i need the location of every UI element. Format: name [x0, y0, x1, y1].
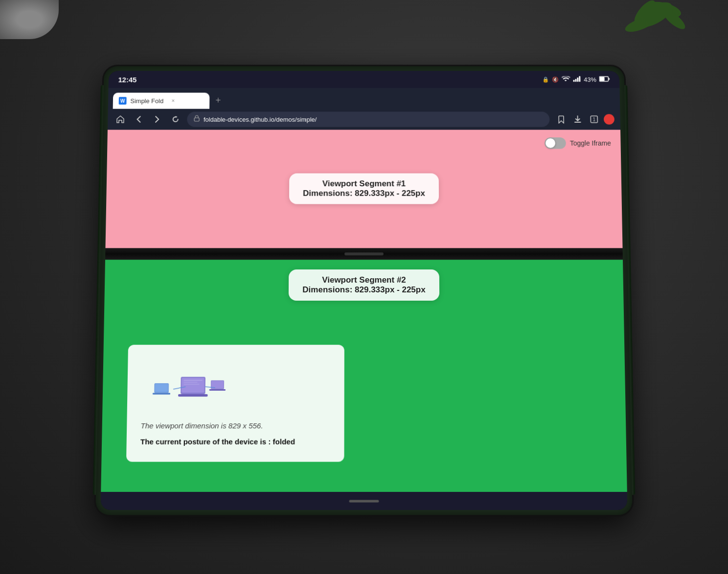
download-button[interactable]	[571, 112, 585, 126]
svg-rect-8	[579, 76, 580, 82]
lock-icon: 🔒	[542, 76, 549, 83]
svg-rect-10	[600, 77, 605, 81]
fold-pill	[344, 252, 384, 255]
segment-2-box: Viewport Segment #2 Dimensions: 829.333p…	[289, 269, 439, 301]
tab-title: Simple Fold	[130, 97, 163, 105]
segment-2-dims: Dimensions: 829.333px - 225px	[302, 285, 425, 295]
svg-rect-5	[573, 80, 575, 82]
battery-icon	[599, 76, 610, 83]
home-gesture-bar	[349, 500, 379, 502]
svg-rect-17	[178, 394, 208, 397]
posture-text: The current posture of the device is : f…	[140, 436, 330, 447]
viewport-segment-1-area: Toggle Iframe Viewport Segment #1 Dimens…	[105, 130, 622, 248]
tab-favicon: W	[119, 97, 127, 105]
svg-rect-18	[184, 380, 203, 381]
toggle-iframe-switch[interactable]	[545, 137, 566, 149]
forward-button[interactable]	[150, 112, 164, 126]
active-tab[interactable]: W Simple Fold ×	[113, 93, 210, 109]
url-secure-icon	[194, 115, 200, 124]
svg-text:1: 1	[592, 117, 595, 122]
svg-rect-23	[153, 393, 170, 395]
laptop-illustration-container	[141, 354, 240, 414]
signal-icon	[573, 76, 581, 83]
segment-1-dims: Dimensions: 829.333px - 225px	[303, 189, 425, 199]
url-text: foldable-devices.github.io/demos/simple/	[204, 116, 317, 123]
toolbar-icons: 1	[554, 112, 614, 126]
svg-rect-22	[155, 384, 168, 392]
url-bar[interactable]: foldable-devices.github.io/demos/simple/	[187, 111, 549, 127]
plant-decoration	[620, 0, 689, 49]
toggle-iframe-label: Toggle Iframe	[570, 139, 611, 147]
foldable-device: 12:45 🔒 🔇	[95, 66, 633, 515]
svg-rect-7	[577, 78, 578, 82]
fold-line	[105, 248, 623, 260]
svg-rect-11	[609, 78, 610, 80]
reload-button[interactable]	[169, 112, 182, 126]
home-button[interactable]	[114, 112, 127, 126]
svg-rect-26	[209, 389, 226, 391]
background-decoration-left	[0, 0, 59, 39]
tab-close-button[interactable]: ×	[169, 97, 177, 105]
new-tab-button[interactable]: +	[211, 94, 225, 107]
record-button[interactable]	[604, 114, 614, 124]
viewport-dimension-text: The viewport dimension is 829 x 556.	[140, 420, 330, 432]
address-bar: foldable-devices.github.io/demos/simple/	[108, 109, 620, 130]
viewport-segment-2-area: Viewport Segment #2 Dimensions: 829.333p…	[101, 260, 627, 492]
device-screen: 12:45 🔒 🔇	[101, 71, 628, 510]
laptop-illustration	[146, 357, 235, 411]
battery-text: 43%	[584, 76, 596, 83]
toggle-iframe-area: Toggle Iframe	[545, 137, 611, 149]
extensions-button[interactable]: 1	[587, 112, 601, 126]
tab-bar: W Simple Fold × +	[108, 88, 620, 109]
toggle-knob	[546, 138, 555, 148]
segment-2-title: Viewport Segment #2	[302, 275, 425, 285]
sound-icon: 🔇	[552, 76, 559, 83]
segment-1-title: Viewport Segment #1	[303, 179, 425, 189]
segment-1-box: Viewport Segment #1 Dimensions: 829.333p…	[289, 173, 439, 204]
bottom-navigation	[101, 492, 628, 510]
info-card: The viewport dimension is 829 x 556. The…	[126, 345, 344, 462]
svg-rect-6	[575, 79, 576, 82]
bookmark-button[interactable]	[554, 112, 568, 126]
status-icons: 🔒 🔇	[542, 76, 610, 83]
status-time: 12:45	[118, 75, 136, 83]
svg-rect-12	[194, 118, 199, 121]
back-button[interactable]	[132, 112, 146, 126]
wifi-icon	[562, 76, 570, 83]
status-bar: 12:45 🔒 🔇	[109, 71, 620, 88]
svg-rect-19	[183, 382, 197, 383]
svg-rect-20	[183, 384, 199, 385]
